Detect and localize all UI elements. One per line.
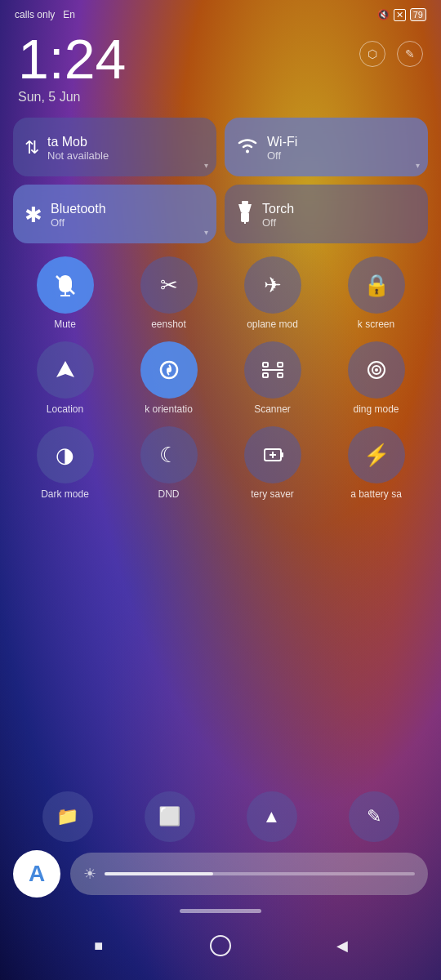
airplane-btn[interactable]: ✈ oplane mod bbox=[244, 256, 301, 330]
mobile-data-icon: ⇅ bbox=[24, 137, 39, 158]
orientation-circle bbox=[140, 341, 198, 399]
screenshot-label: eenshot bbox=[151, 318, 186, 330]
screenshot-btn[interactable]: ✂ eenshot bbox=[140, 256, 198, 330]
torch-title: Torch bbox=[262, 202, 294, 216]
airplane-label: oplane mod bbox=[247, 318, 298, 330]
dark-mode-btn[interactable]: ◑ Dark mode bbox=[37, 426, 94, 500]
svg-rect-3 bbox=[241, 212, 249, 222]
clock-date: Sun, 5 Jun bbox=[18, 90, 126, 105]
quick-actions: Mute ✂ eenshot ✈ oplane mod 🔒 k screen L… bbox=[0, 252, 441, 505]
bluetooth-arrow: ▾ bbox=[204, 228, 208, 237]
wifi-icon bbox=[236, 136, 259, 159]
mobile-data-sub: Not available bbox=[47, 149, 109, 162]
status-bar: calls only En 🔇 ✕ 79 bbox=[0, 0, 441, 24]
extra-icon-data[interactable]: ▲ bbox=[247, 791, 297, 842]
reading-mode-btn[interactable]: ding mode bbox=[348, 341, 405, 415]
reading-mode-circle bbox=[348, 341, 405, 399]
svg-rect-11 bbox=[263, 363, 268, 367]
nav-pill bbox=[180, 909, 261, 913]
user-avatar[interactable]: A bbox=[13, 850, 60, 898]
battery-saver-circle bbox=[244, 426, 301, 483]
svg-point-0 bbox=[246, 150, 249, 154]
dnd-label: DND bbox=[158, 488, 180, 500]
svg-point-10 bbox=[167, 368, 172, 372]
extra-icon-edit[interactable]: ✎ bbox=[349, 791, 399, 842]
location-circle bbox=[37, 341, 94, 399]
back-nav-btn[interactable]: ◀ bbox=[327, 931, 357, 960]
torch-sub: Off bbox=[262, 216, 294, 229]
lock-screen-btn[interactable]: 🔒 k screen bbox=[348, 256, 405, 330]
ultra-battery-btn[interactable]: ⚡ a battery sa bbox=[348, 426, 405, 500]
mobile-data-tile[interactable]: ⇅ ta Mob Not available ▾ bbox=[13, 118, 216, 176]
torch-tile[interactable]: Torch Off bbox=[225, 185, 428, 243]
scanner-label: Scanner bbox=[254, 403, 291, 415]
svg-marker-8 bbox=[56, 361, 74, 377]
sim-x-icon: ✕ bbox=[394, 9, 406, 21]
battery-saver-label: tery saver bbox=[251, 488, 294, 500]
scanner-btn[interactable]: Scanner bbox=[244, 341, 301, 415]
battery-saver-btn[interactable]: tery saver bbox=[244, 426, 301, 500]
dark-mode-circle: ◑ bbox=[37, 426, 94, 483]
qa-row-2: Location k orientatio bbox=[13, 341, 428, 415]
brightness-icon: ☀ bbox=[83, 865, 96, 883]
mute-circle bbox=[37, 256, 94, 314]
scanner-circle bbox=[244, 341, 301, 399]
wifi-tile[interactable]: Wi-Fi Off ▾ bbox=[225, 118, 428, 176]
dark-mode-label: Dark mode bbox=[41, 488, 89, 500]
bluetooth-tile[interactable]: ✱ Bluetooth Off ▾ bbox=[13, 185, 216, 243]
extra-icon-files[interactable]: 📁 bbox=[42, 791, 93, 842]
screenshot-circle: ✂ bbox=[140, 256, 198, 314]
wifi-title: Wi-Fi bbox=[267, 135, 297, 149]
svg-rect-20 bbox=[281, 452, 283, 457]
svg-point-18 bbox=[375, 368, 378, 372]
extra-icons-row: 📁 ⬜ ▲ ✎ bbox=[13, 791, 428, 842]
clock-time: 1:24 bbox=[18, 31, 126, 87]
status-left: calls only En bbox=[15, 9, 75, 20]
ultra-battery-label: a battery sa bbox=[350, 488, 402, 500]
bluetooth-title: Bluetooth bbox=[51, 202, 106, 216]
svg-marker-2 bbox=[238, 204, 252, 212]
mute-icon: 🔇 bbox=[377, 9, 390, 20]
bottom-area: 📁 ⬜ ▲ ✎ A ☀ ■ ◀ bbox=[0, 783, 441, 980]
tiles-row-1: ⇅ ta Mob Not available ▾ Wi- bbox=[13, 118, 428, 176]
status-right: 🔇 ✕ 79 bbox=[377, 8, 426, 21]
dnd-btn[interactable]: ☾ DND bbox=[140, 426, 198, 500]
airplane-circle: ✈ bbox=[244, 256, 301, 314]
svg-rect-1 bbox=[242, 201, 248, 204]
nav-bar bbox=[13, 906, 428, 920]
torch-icon bbox=[236, 201, 254, 229]
bluetooth-sub: Off bbox=[51, 216, 106, 229]
mute-btn[interactable]: Mute bbox=[37, 256, 94, 330]
bottom-controls: A ☀ bbox=[13, 850, 428, 898]
tiles-row-2: ✱ Bluetooth Off ▾ Torch bbox=[13, 185, 428, 243]
qa-row-3: ◑ Dark mode ☾ DND tery saver bbox=[13, 426, 428, 500]
reading-mode-label: ding mode bbox=[353, 403, 399, 415]
home-nav-btn[interactable] bbox=[206, 931, 235, 960]
clock-area: 1:24 Sun, 5 Jun ⬡ ✎ bbox=[0, 24, 441, 109]
square-nav-btn[interactable]: ■ bbox=[84, 931, 114, 960]
brightness-slider[interactable]: ☀ bbox=[70, 853, 428, 895]
settings-shortcut-btn[interactable]: ⬡ bbox=[359, 41, 385, 67]
edit-shortcut-btn[interactable]: ✎ bbox=[397, 41, 423, 67]
extra-icon-screen[interactable]: ⬜ bbox=[145, 791, 195, 842]
mute-label: Mute bbox=[54, 318, 76, 330]
brightness-fill bbox=[105, 872, 213, 875]
location-label: Location bbox=[47, 403, 83, 415]
ultra-battery-circle: ⚡ bbox=[348, 426, 405, 483]
wifi-arrow: ▾ bbox=[416, 161, 420, 170]
lock-screen-label: k screen bbox=[358, 318, 394, 330]
svg-rect-14 bbox=[278, 373, 283, 377]
dnd-circle: ☾ bbox=[140, 426, 198, 483]
wifi-sub: Off bbox=[267, 149, 297, 162]
nav-buttons: ■ ◀ bbox=[13, 928, 428, 969]
bluetooth-icon: ✱ bbox=[24, 203, 42, 228]
mobile-data-title: ta Mob bbox=[47, 135, 109, 149]
calls-only-label: calls only bbox=[15, 9, 55, 20]
lock-screen-circle: 🔒 bbox=[348, 256, 405, 314]
brightness-track bbox=[105, 872, 415, 875]
location-btn[interactable]: Location bbox=[37, 341, 94, 415]
orientation-btn[interactable]: k orientatio bbox=[140, 341, 198, 415]
qa-row-1: Mute ✂ eenshot ✈ oplane mod 🔒 k screen bbox=[13, 256, 428, 330]
svg-rect-12 bbox=[278, 363, 283, 367]
mobile-data-arrow: ▾ bbox=[204, 161, 208, 170]
